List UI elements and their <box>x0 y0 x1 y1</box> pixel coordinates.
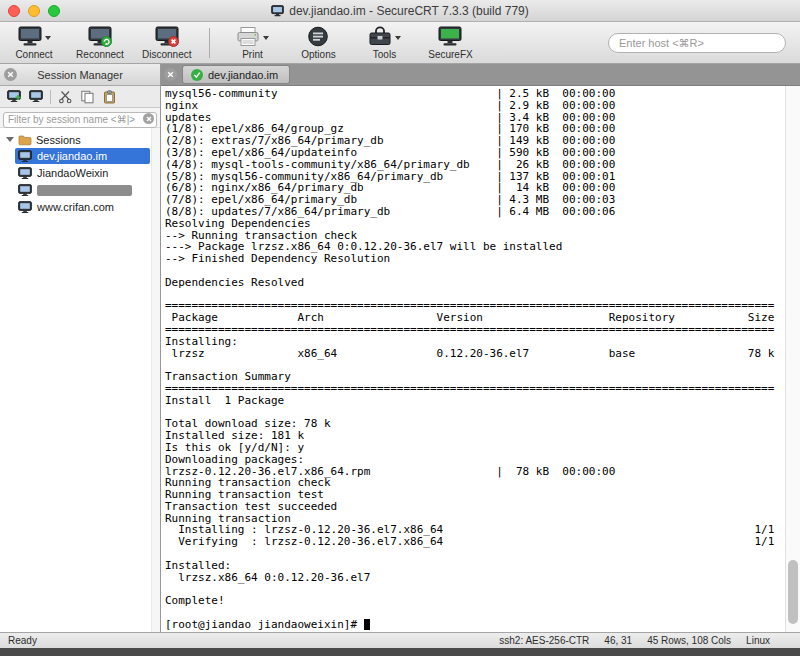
connect-session-button[interactable] <box>26 88 45 105</box>
sm-toolbar-separator <box>50 90 51 104</box>
terminal-line: Downloading packages: <box>165 454 784 466</box>
terminal-line: nginx | 2.9 kB 00:00:00 <box>165 100 784 112</box>
status-ready: Ready <box>8 635 37 646</box>
cut-button[interactable] <box>56 88 75 105</box>
close-tab-button[interactable] <box>164 68 177 81</box>
window-proxy-icon <box>271 5 284 17</box>
session-item-www.crifan.com[interactable]: www.crifan.com <box>15 199 150 215</box>
toolbar-button-icon-row <box>236 26 269 48</box>
toolbar-button-securefx[interactable]: SecureFX <box>426 26 474 60</box>
main-toolbar-buttons: Connect Reconnect Disconnect Print Optio… <box>10 26 474 60</box>
main-toolbar: Connect Reconnect Disconnect Print Optio… <box>0 22 800 64</box>
desktop-strip <box>0 648 800 656</box>
copy-button[interactable] <box>78 88 97 105</box>
terminal-scrollbar[interactable] <box>785 86 800 632</box>
toolbar-button-label: Connect <box>15 49 52 60</box>
terminal-line: ========================================… <box>165 383 784 395</box>
toolbar-button-reconnect[interactable]: Reconnect <box>76 26 124 60</box>
close-session-manager-button[interactable] <box>4 68 17 81</box>
monitor-connect-icon <box>18 26 42 47</box>
tools-icon <box>368 26 392 47</box>
session-tree-scrollbar[interactable] <box>151 128 160 632</box>
terminal-scrollbar-thumb[interactable] <box>788 560 798 624</box>
tab-bar: dev.jiandao.im <box>161 64 800 86</box>
terminal-cursor <box>364 619 371 630</box>
toolbar-separator <box>209 28 210 58</box>
titlebar: dev.jiandao.im - SecureCRT 7.3.3 (build … <box>0 0 800 22</box>
status-encryption: ssh2: AES-256-CTR <box>499 635 589 646</box>
toolbar-button-icon-row <box>307 26 329 48</box>
session-item-obscured[interactable] <box>15 182 150 198</box>
session-filter-bar <box>0 108 160 128</box>
terminal-line: lrzsz.x86_64 0:0.12.20-36.el7 <box>165 572 784 584</box>
host-input[interactable] <box>608 33 786 53</box>
host-input-wrap <box>608 33 786 53</box>
tab-dev-jiandao-im[interactable]: dev.jiandao.im <box>182 65 290 84</box>
toolbar-button-options[interactable]: Options <box>294 26 342 60</box>
session-item-label: dev.jiandao.im <box>37 150 107 162</box>
terminal-line: Transaction test succeeded <box>165 501 784 513</box>
dropdown-caret-icon[interactable] <box>395 36 401 40</box>
window-title-group: dev.jiandao.im - SecureCRT 7.3.3 (build … <box>271 4 528 18</box>
terminal-session-icon <box>18 150 32 163</box>
terminal-line: Installed: <box>165 560 784 572</box>
obscured-session-label <box>37 185 132 196</box>
main-area: Session Manager <box>0 64 800 632</box>
terminal-line: lrzsz x86_64 0.12.20-36.el7 base 78 k <box>165 348 784 360</box>
clear-filter-icon[interactable] <box>143 113 154 124</box>
paste-icon <box>102 90 117 104</box>
toolbar-button-disconnect[interactable]: Disconnect <box>142 26 191 60</box>
terminal-prompt-line: [root@jiandao jiandaoweixin]# <box>165 619 784 631</box>
connected-check-icon <box>191 69 203 81</box>
terminal-line: (8/8): updates/7/x86_64/primary_db | 6.4… <box>165 206 784 218</box>
terminal-line <box>165 583 784 595</box>
session-manager-title: Session Manager <box>37 69 123 81</box>
sessions-root-label: Sessions <box>36 134 81 146</box>
close-window-button[interactable] <box>8 5 20 17</box>
toolbar-button-icon-row <box>155 26 179 48</box>
status-cursor-position: 46, 31 <box>604 635 632 646</box>
terminal-pane: dev.jiandao.im mysql56-community | 2.5 k… <box>161 64 800 632</box>
toolbar-button-tools[interactable]: Tools <box>360 26 408 60</box>
toolbar-button-label: Options <box>301 49 335 60</box>
session-item-JiandaoWeixin[interactable]: JiandaoWeixin <box>15 165 150 181</box>
toolbar-button-connect[interactable]: Connect <box>10 26 58 60</box>
status-bar: Ready ssh2: AES-256-CTR 46, 31 45 Rows, … <box>0 632 800 648</box>
terminal-session-icon <box>18 184 32 197</box>
tab-label: dev.jiandao.im <box>208 69 278 81</box>
toolbar-button-label: Tools <box>373 49 396 60</box>
terminal-line <box>165 265 784 277</box>
terminal-session-icon <box>18 167 32 180</box>
session-item-label: www.crifan.com <box>37 201 114 213</box>
sessions-root-folder[interactable]: Sessions <box>0 131 160 148</box>
disclosure-triangle-icon[interactable] <box>6 137 14 142</box>
toolbar-button-icon-row <box>438 26 462 48</box>
minimize-window-button[interactable] <box>28 5 40 17</box>
session-filter-input[interactable] <box>3 112 157 128</box>
connect-session-icon <box>29 90 43 103</box>
printer-icon <box>236 26 260 47</box>
dropdown-caret-icon[interactable] <box>45 36 51 40</box>
terminal[interactable]: mysql56-community | 2.5 kB 00:00:00nginx… <box>161 86 800 632</box>
session-manager-header: Session Manager <box>0 64 160 86</box>
terminal-prompt: [root@jiandao jiandaoweixin]# <box>165 618 364 631</box>
terminal-line: Verifying : lrzsz-0.12.20-36.el7.x86_64 … <box>165 536 784 548</box>
monitor-disconnect-icon <box>155 26 179 47</box>
securefx-icon <box>438 26 462 47</box>
folder-icon <box>18 134 32 146</box>
session-manager-panel: Session Manager <box>0 64 161 632</box>
copy-icon <box>80 90 95 104</box>
paste-button[interactable] <box>100 88 119 105</box>
zoom-window-button[interactable] <box>48 5 60 17</box>
terminal-lines: mysql56-community | 2.5 kB 00:00:00nginx… <box>165 88 784 632</box>
toolbar-button-print[interactable]: Print <box>228 26 276 60</box>
options-icon <box>307 26 329 47</box>
dropdown-caret-icon[interactable] <box>263 36 269 40</box>
new-session-button[interactable] <box>4 88 23 105</box>
toolbar-button-label: Disconnect <box>142 49 191 60</box>
session-item-dev.jiandao.im[interactable]: dev.jiandao.im <box>15 148 150 164</box>
toolbar-button-label: SecureFX <box>428 49 472 60</box>
status-grid-size: 45 Rows, 108 Cols <box>647 635 731 646</box>
terminal-session-icon <box>18 201 32 214</box>
terminal-line: Resolving Dependencies <box>165 218 784 230</box>
